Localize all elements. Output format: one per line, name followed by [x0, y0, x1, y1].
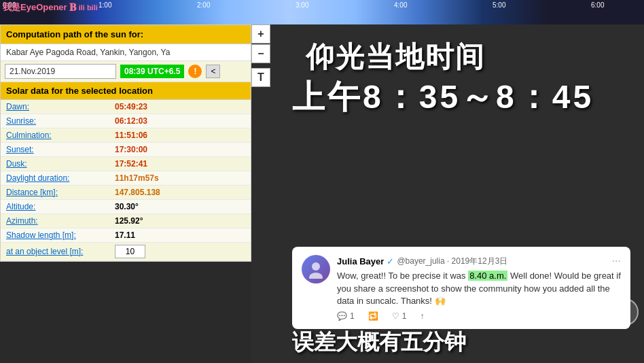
sunrise-value: 06:12:03 [115, 116, 147, 126]
map-controls: + − T [251, 24, 270, 87]
t-button[interactable]: T [251, 68, 270, 87]
table-row: Sunset: 17:30:00 [1, 143, 251, 157]
tweet-dots[interactable]: ··· [612, 255, 621, 267]
reply-count: 1 [350, 311, 355, 321]
right-area: 仰光当地时间 上午8：35～8：45 Julia Bayer ✓ @bayer_… [251, 24, 644, 363]
date-time-row: 08:39 UTC+6.5 ! < [1, 61, 251, 82]
sunset-value: 17:30:00 [115, 145, 147, 154]
table-row: Culmination: 11:51:06 [1, 128, 251, 143]
play-button[interactable]: ▶ [611, 298, 639, 326]
shadow-value: 17.11 [115, 230, 135, 240]
tweet-verified-icon: ✓ [387, 256, 394, 266]
sunset-label[interactable]: Sunset: [6, 145, 115, 154]
object-level-input[interactable] [115, 245, 145, 258]
time-display: 08:39 UTC+6.5 [120, 65, 184, 78]
table-row: Daylight duration: 11h17m57s [1, 171, 251, 186]
shadow-label[interactable]: Shadow length [m]: [6, 230, 115, 240]
distance-label[interactable]: Distance [km]: [6, 188, 115, 197]
tick-4: 4:00 [394, 1, 407, 9]
culmination-label[interactable]: Culmination: [6, 131, 115, 140]
table-row: Dusk: 17:52:41 [1, 157, 251, 171]
table-row: Altitude: 30.30° [1, 200, 251, 214]
retweet-icon: 🔁 [368, 311, 378, 321]
dusk-label[interactable]: Dusk: [6, 159, 115, 169]
bili-logo: 我是EyeOpener 𝐁 ili bili [3, 1, 98, 14]
warning-icon: ! [188, 65, 202, 78]
share-action[interactable]: ↑ [420, 311, 424, 321]
azimuth-value: 125.92° [115, 216, 143, 226]
altitude-value: 30.30° [115, 202, 139, 211]
svg-point-1 [309, 273, 323, 279]
tweet-text: Wow, great!! To be precise it was 8.40 a… [337, 270, 621, 307]
like-count: 1 [402, 311, 407, 321]
like-icon: ♡ [392, 311, 399, 321]
tweet-text-before: Wow, great!! To be precise it was [337, 271, 468, 281]
bili-prefix: 我是EyeOpener [3, 1, 67, 14]
tick-5: 5:00 [493, 1, 505, 9]
solar-data-table: Dawn: 05:49:23 Sunrise: 06:12:03 Culmina… [1, 100, 251, 261]
chinese-footer: 误差大概有五分钟 [292, 328, 466, 358]
zoom-out-button[interactable]: − [251, 44, 270, 63]
solar-header: Solar data for the selected location [1, 82, 251, 100]
reply-action[interactable]: 💬 1 [337, 311, 355, 321]
reply-icon: 💬 [337, 311, 347, 321]
chinese-subtitle: 上午8：35～8：45 [292, 75, 594, 119]
like-action[interactable]: ♡ 1 [392, 311, 407, 321]
tick-3: 3:00 [296, 1, 308, 9]
table-row: at an object level [m]: [1, 243, 251, 261]
distance-value: 147.805.138 [115, 188, 160, 197]
table-row: Shadow length [m]: 17.11 [1, 228, 251, 243]
table-row: Sunrise: 06:12:03 [1, 114, 251, 128]
culmination-value: 11:51:06 [115, 131, 147, 140]
share-icon: ↑ [420, 311, 424, 321]
tick-6: 6:00 [591, 1, 604, 9]
chinese-title: 仰光当地时间 [306, 38, 485, 76]
location-display: Kabar Aye Pagoda Road, Yankin, Yangon, Y… [1, 44, 251, 61]
daylight-value: 11h17m57s [115, 173, 159, 183]
daylight-label[interactable]: Daylight duration: [6, 173, 115, 183]
tick-1: 1:00 [99, 1, 111, 9]
altitude-label[interactable]: Altitude: [6, 202, 115, 211]
arrow-button[interactable]: < [206, 65, 220, 78]
tweet-avatar [302, 255, 330, 283]
avatar-icon [306, 260, 325, 279]
tweet-actions: 💬 1 🔁 ♡ 1 ↑ [337, 311, 621, 321]
bili-logotext: ili bili [79, 3, 98, 12]
sunrise-label[interactable]: Sunrise: [6, 116, 115, 126]
tweet-author-name: Julia Bayer [337, 256, 384, 266]
play-icon: ▶ [622, 306, 630, 319]
bili-icon: 𝐁 [69, 1, 77, 14]
zoom-in-button[interactable]: + [251, 24, 270, 44]
table-row: Azimuth: 125.92° [1, 214, 251, 228]
tweet-content: Julia Bayer ✓ @bayer_julia · 2019年12月3日 … [337, 255, 621, 321]
left-panel: Computation path of the sun for: Kabar A… [0, 24, 251, 262]
dawn-value: 05:49:23 [115, 102, 147, 111]
table-row: Distance [km]: 147.805.138 [1, 186, 251, 200]
svg-point-0 [312, 262, 320, 271]
tweet-card: Julia Bayer ✓ @bayer_julia · 2019年12月3日 … [292, 247, 630, 329]
object-level-label[interactable]: at an object level [m]: [6, 247, 115, 256]
tweet-header: Julia Bayer ✓ @bayer_julia · 2019年12月3日 … [337, 255, 621, 267]
azimuth-label[interactable]: Azimuth: [6, 216, 115, 226]
dawn-label[interactable]: Dawn: [6, 102, 115, 111]
tweet-highlight: 8.40 a.m. [468, 271, 507, 281]
retweet-action[interactable]: 🔁 [368, 311, 378, 321]
computation-header: Computation path of the sun for: [1, 25, 251, 44]
tweet-handle: @bayer_julia · 2019年12月3日 [397, 256, 507, 267]
date-input[interactable] [5, 64, 116, 79]
dusk-value: 17:52:41 [115, 159, 147, 169]
tick-2: 2:00 [197, 1, 210, 9]
table-row: Dawn: 05:49:23 [1, 100, 251, 114]
